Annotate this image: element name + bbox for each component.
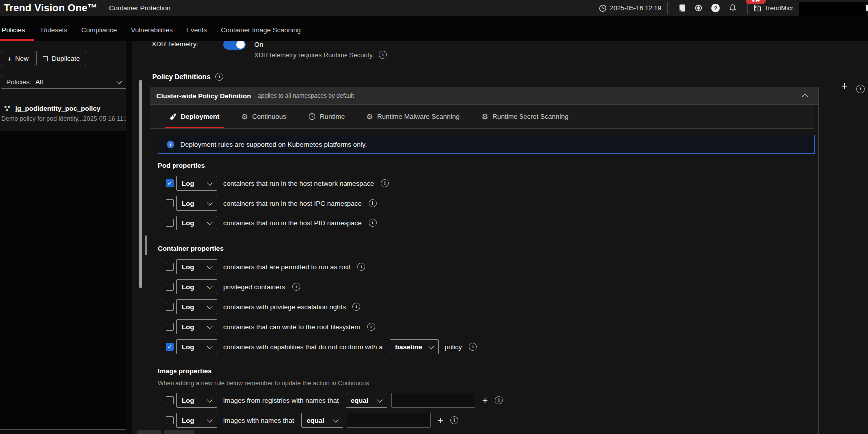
notification-badge: 99+	[746, 0, 766, 4]
pinwheel-icon[interactable]	[691, 4, 707, 12]
company-icon	[754, 4, 761, 12]
rule-row: ✓ Log containers that run in the host IP…	[126, 195, 868, 211]
collapse-chevron-up-icon[interactable]	[802, 94, 808, 100]
content-scrollbar[interactable]	[145, 235, 147, 255]
rule-value-input[interactable]	[391, 393, 475, 408]
action-select[interactable]: Log	[176, 196, 217, 211]
rule-checkbox[interactable]: ✓	[166, 199, 174, 207]
rule-checkbox[interactable]: ✓	[166, 283, 174, 291]
chevron-down-icon	[207, 397, 212, 402]
app-title: Container Protection	[109, 4, 171, 12]
help-icon[interactable]: ?	[707, 4, 724, 12]
info-icon[interactable]: i	[856, 83, 865, 93]
xdr-telemetry-label: XDR Telemetry:	[152, 41, 198, 48]
action-select[interactable]: Log	[176, 299, 217, 314]
notifications-bell-icon[interactable]	[724, 4, 741, 12]
nav-tab-rulesets[interactable]: Rulesets	[34, 16, 75, 41]
action-select[interactable]: Log	[176, 216, 217, 230]
clock-icon	[308, 113, 316, 120]
secondary-select[interactable]: equal	[301, 413, 343, 428]
policy-definitions-heading: Policy Definitions i	[152, 73, 223, 81]
info-icon[interactable]: i	[369, 199, 377, 207]
nav-tab-vulnerabilities[interactable]: Vulnerabilities	[124, 16, 179, 41]
section-title-pod-properties: Pod properties	[158, 162, 205, 169]
secondary-select[interactable]: baseline	[390, 339, 439, 354]
footer-button-cancel[interactable]	[164, 430, 194, 434]
action-select[interactable]: Log	[176, 279, 217, 294]
rule-checkbox[interactable]: ✓	[166, 219, 174, 227]
rule-row: ✓ Log privileged containers + i	[126, 279, 868, 295]
rule-checkbox[interactable]: ✓	[166, 263, 174, 271]
info-icon[interactable]: i	[369, 219, 377, 227]
action-select[interactable]: Log	[176, 393, 217, 408]
app-window: Trend Vision One™ Container Protection 2…	[0, 0, 868, 434]
action-select[interactable]: Log	[176, 259, 217, 274]
new-policy-button[interactable]: + New	[1, 51, 35, 66]
rule-row: ✓ Log containers that run in the host ne…	[126, 175, 868, 191]
info-icon[interactable]: i	[292, 283, 300, 291]
info-icon[interactable]: i	[381, 179, 389, 187]
new-policy-label: New	[15, 55, 29, 62]
action-select[interactable]: Log	[176, 339, 217, 354]
policy-name: jg_podidentity_poc_policy	[15, 105, 100, 112]
panel-header[interactable]: Cluster-wide Policy Definition - applies…	[150, 87, 818, 105]
nav-tab-policies[interactable]: Policies	[0, 16, 34, 41]
rule-label: images from registries with names that	[223, 397, 339, 404]
add-rule-icon[interactable]: +	[438, 416, 443, 425]
panel-tab-runtime-malware-scanning[interactable]: ⚙ Runtime Malware Scanning	[364, 105, 462, 128]
panel-tab-runtime-secret-scanning[interactable]: ⚙ Runtime Secret Scanning	[479, 105, 571, 128]
rule-value-input[interactable]	[347, 413, 431, 428]
info-icon[interactable]: i	[352, 303, 360, 311]
panel-tab-deployment[interactable]: ⚙ Deployment	[167, 105, 222, 128]
rule-checkbox[interactable]: ✓	[166, 303, 174, 311]
nav-tab-compliance[interactable]: Compliance	[74, 16, 124, 41]
plus-icon: +	[7, 55, 12, 62]
brand-logo: Trend Vision One™	[4, 2, 98, 14]
rule-label: containers with privilege escalation rig…	[223, 303, 346, 311]
panel-tab-label: Runtime Malware Scanning	[377, 113, 460, 120]
rule-checkbox[interactable]: ✓	[166, 179, 174, 187]
xdr-telemetry-toggle[interactable]	[223, 41, 246, 50]
duplicate-policy-button[interactable]: Duplicate	[36, 51, 86, 66]
panel-tab-runtime[interactable]: ⚙ Runtime	[306, 105, 347, 128]
action-select[interactable]: Log	[176, 176, 217, 191]
content-gutter	[126, 41, 132, 434]
info-icon[interactable]: i	[357, 263, 365, 271]
nav-tab-events[interactable]: Events	[179, 16, 214, 41]
chevron-down-icon	[207, 180, 212, 185]
chevron-down-icon	[207, 343, 212, 349]
rule-checkbox[interactable]: ✓	[166, 323, 174, 331]
chevron-down-icon	[377, 397, 382, 402]
action-select[interactable]: Log	[176, 413, 217, 428]
rule-row: ✓ Log containers with privilege escalati…	[126, 299, 868, 315]
rule-row: ✓ Log containers that run in the host PI…	[126, 215, 868, 231]
info-icon[interactable]: i	[215, 73, 223, 81]
chevron-down-icon	[207, 303, 212, 309]
secondary-select[interactable]: equal	[346, 393, 387, 408]
chevron-down-icon	[207, 417, 212, 422]
panel-title: Cluster-wide Policy Definition	[156, 92, 251, 100]
info-icon[interactable]: i	[367, 323, 375, 331]
sidebar-scrollbar[interactable]	[139, 80, 142, 288]
action-select[interactable]: Log	[176, 319, 217, 334]
journal-icon[interactable]	[674, 4, 691, 12]
info-icon[interactable]: i	[469, 343, 477, 351]
rule-checkbox[interactable]: ✓	[166, 416, 174, 424]
policies-filter-select[interactable]: Policies: All	[1, 75, 128, 89]
nav-tab-label: Compliance	[81, 26, 117, 34]
duplicate-label: Duplicate	[52, 55, 80, 62]
info-icon[interactable]: i	[379, 51, 387, 59]
info-icon[interactable]: i	[450, 416, 458, 424]
rule-checkbox[interactable]: ✓	[166, 396, 174, 404]
panel-tab-continuous[interactable]: ⚙ Continuous	[239, 105, 289, 128]
banner-text: Deployment rules are supported on Kubern…	[180, 141, 367, 148]
footer-button-save[interactable]	[137, 430, 161, 434]
account-menu[interactable]: TrendMicr	[754, 4, 793, 12]
info-icon[interactable]: i	[495, 396, 503, 404]
add-rule-icon[interactable]: +	[482, 396, 488, 405]
nav-tab-container-image-scanning[interactable]: Container Image Scanning	[214, 16, 308, 41]
add-policy-definition-icon[interactable]: +	[841, 81, 848, 92]
datetime-text: 2025-05-16 12:19	[610, 4, 661, 12]
policy-list-item[interactable]: jg_podidentity_poc_policy Demo policy fo…	[0, 105, 126, 122]
rule-checkbox[interactable]: ✓	[166, 343, 174, 351]
